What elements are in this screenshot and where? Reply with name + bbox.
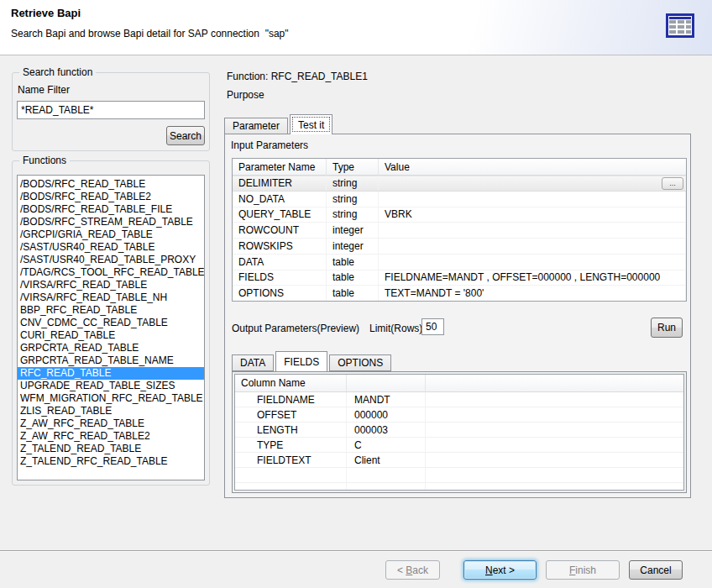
purpose-label: Purpose bbox=[227, 89, 264, 101]
field-name-cell: FIELDTEXT bbox=[235, 453, 347, 467]
function-list-item[interactable]: Z_TALEND_READ_TABLE bbox=[18, 443, 204, 455]
output-field-row[interactable]: LENGTH 000003 bbox=[235, 423, 683, 438]
output-field-row[interactable]: OFFSET 000000 bbox=[235, 407, 683, 423]
next-button[interactable]: Next > bbox=[463, 560, 537, 580]
param-name-cell: ROWCOUNT bbox=[233, 223, 327, 238]
param-type-cell: string bbox=[327, 192, 379, 207]
input-param-row[interactable]: OPTIONS table TEXT=MANDT = '800' bbox=[233, 286, 686, 301]
input-param-row[interactable]: QUERY_TABLE string VBRK bbox=[233, 207, 686, 223]
param-value-cell[interactable]: VBRK bbox=[379, 207, 686, 223]
param-type-cell: table bbox=[327, 286, 379, 301]
param-name-cell: NO_DATA bbox=[233, 192, 327, 207]
page-title: Retrieve Bapi bbox=[11, 7, 81, 19]
detail-tab[interactable]: Parameter bbox=[224, 118, 288, 134]
empty-row bbox=[235, 468, 683, 483]
column-header-value: Value bbox=[379, 159, 686, 175]
function-list-item[interactable]: /TDAG/RCS_TOOL_RFC_READ_TABLE bbox=[18, 266, 204, 279]
input-param-row[interactable]: ROWCOUNT integer bbox=[233, 223, 686, 239]
function-list-item[interactable]: /GRCPI/GRIA_READ_TABLE bbox=[18, 228, 204, 241]
name-filter-label: Name Filter bbox=[18, 84, 70, 96]
output-preview-table: Column Name FIELDNAME MANDT OFFSET 00000… bbox=[234, 374, 684, 491]
functions-group-label: Functions bbox=[19, 155, 70, 166]
functions-list[interactable]: /BODS/RFC_READ_TABLE /BODS/RFC_READ_TABL… bbox=[17, 175, 205, 480]
back-button[interactable]: < Back bbox=[385, 560, 440, 580]
field-name-cell: LENGTH bbox=[235, 423, 347, 437]
input-param-row[interactable]: DELIMITER string ... bbox=[233, 176, 686, 192]
field-extra-cell bbox=[426, 407, 683, 422]
function-name-value: RFC_READ_TABLE1 bbox=[271, 71, 368, 82]
output-tab[interactable]: FIELDS bbox=[275, 351, 327, 371]
input-param-row[interactable]: DATA table bbox=[233, 255, 686, 270]
function-list-item[interactable]: /BODS/RFC_READ_TABLE bbox=[18, 178, 204, 191]
table-grid-icon bbox=[666, 13, 694, 38]
name-filter-input[interactable] bbox=[17, 101, 205, 119]
param-type-cell: table bbox=[327, 270, 379, 286]
search-button[interactable]: Search bbox=[166, 126, 205, 145]
input-param-row[interactable]: ROWSKIPS integer bbox=[233, 239, 686, 255]
wizard-header: Retrieve Bapi Search Bapi and browse Bap… bbox=[0, 0, 712, 55]
function-list-item[interactable]: CURI_READ_TABLE bbox=[18, 329, 204, 342]
field-extra-cell bbox=[426, 392, 683, 407]
field-extra-cell bbox=[426, 423, 683, 437]
page-subtitle: Search Bapi and browse Bapi detail for S… bbox=[11, 28, 289, 39]
function-list-item[interactable]: /BODS/RFC_READ_TABLE_FILE bbox=[18, 203, 204, 216]
function-list-item[interactable]: /BODS/RFC_READ_TABLE2 bbox=[18, 191, 204, 203]
param-type-cell: table bbox=[327, 255, 379, 270]
param-type-cell: integer bbox=[327, 239, 379, 254]
function-list-item[interactable]: /VIRSA/RFC_READ_TABLE bbox=[18, 279, 204, 291]
function-list-item[interactable]: RFC_READ_TABLE bbox=[18, 367, 204, 380]
param-name-cell: OPTIONS bbox=[233, 286, 327, 301]
param-value-cell[interactable] bbox=[379, 223, 686, 238]
input-param-row[interactable]: NO_DATA string bbox=[233, 192, 686, 207]
column-header-type: Type bbox=[327, 159, 379, 175]
limit-rows-input[interactable] bbox=[421, 318, 444, 335]
param-value-cell[interactable] bbox=[379, 255, 686, 270]
output-tabstrip: DATA FIELDS OPTIONS bbox=[232, 351, 393, 371]
param-value-cell[interactable] bbox=[379, 192, 686, 207]
field-extra-cell bbox=[426, 438, 683, 452]
output-field-row[interactable]: FIELDTEXT Client bbox=[235, 453, 683, 468]
function-list-item[interactable]: Z_AW_RFC_READ_TABLE2 bbox=[18, 430, 204, 443]
function-list-item[interactable]: BBP_RFC_READ_TABLE bbox=[18, 304, 204, 317]
param-value-cell[interactable]: FIELDNAME=MANDT , OFFSET=000000 , LENGTH… bbox=[379, 270, 686, 286]
function-list-item[interactable]: GRPCRTA_READ_TABLE bbox=[18, 342, 204, 354]
field-value-cell: C bbox=[347, 438, 426, 452]
browse-value-button[interactable]: ... bbox=[662, 177, 683, 190]
function-list-item[interactable]: /BODS/RFC_STREAM_READ_TABLE bbox=[18, 216, 204, 228]
output-tab[interactable]: OPTIONS bbox=[329, 354, 391, 371]
field-name-cell: OFFSET bbox=[235, 407, 347, 422]
function-list-item[interactable]: GRPCRTA_READ_TABLE_NAME bbox=[18, 354, 204, 367]
input-parameters-label: Input Parameters bbox=[231, 139, 308, 151]
input-param-row[interactable]: FIELDS table FIELDNAME=MANDT , OFFSET=00… bbox=[233, 270, 686, 286]
function-list-item[interactable]: UPGRADE_READ_TABLE_SIZES bbox=[18, 380, 204, 392]
input-parameters-table: Parameter Name Type Value DELIMITER stri… bbox=[232, 158, 687, 302]
param-name-cell: DATA bbox=[233, 255, 327, 270]
function-caption: Function: RFC_READ_TABLE1 bbox=[227, 71, 368, 82]
function-label: Function: bbox=[227, 71, 268, 82]
function-list-item[interactable]: /SAST/USR40_READ_TABLE_PROXY bbox=[18, 254, 204, 266]
output-table-header: Column Name bbox=[235, 375, 683, 392]
function-list-item[interactable]: /VIRSA/RFC_READ_TABLE_NH bbox=[18, 291, 204, 304]
function-list-item[interactable]: ZLIS_READ_TABLE bbox=[18, 405, 204, 417]
param-value-cell[interactable] bbox=[379, 176, 686, 191]
finish-button[interactable]: Finish bbox=[546, 560, 620, 580]
cancel-button[interactable]: Cancel bbox=[629, 560, 683, 580]
param-type-cell: integer bbox=[327, 223, 379, 238]
output-tab[interactable]: DATA bbox=[232, 354, 274, 371]
detail-tab[interactable]: Test it bbox=[290, 114, 332, 134]
run-button[interactable]: Run bbox=[651, 318, 683, 338]
param-name-cell: DELIMITER bbox=[233, 176, 327, 191]
function-list-item[interactable]: Z_TALEND_RFC_READ_TABLE bbox=[18, 455, 204, 468]
search-function-group-label: Search function bbox=[19, 66, 96, 78]
function-list-item[interactable]: WFM_MIGRATION_RFC_READ_TABLE bbox=[18, 392, 204, 405]
param-value-cell[interactable]: TEXT=MANDT = '800' bbox=[379, 286, 686, 301]
function-list-item[interactable]: CNV_CDMC_CC_READ_TABLE bbox=[18, 317, 204, 329]
output-field-row[interactable]: TYPE C bbox=[235, 438, 683, 453]
field-value-cell: Client bbox=[347, 453, 426, 467]
empty-row bbox=[235, 483, 683, 491]
param-value-cell[interactable] bbox=[379, 239, 686, 254]
retrieve-bapi-wizard: { "header": { "title": "Retrieve Bapi", … bbox=[0, 0, 712, 588]
output-field-row[interactable]: FIELDNAME MANDT bbox=[235, 392, 683, 407]
function-list-item[interactable]: Z_AW_RFC_READ_TABLE bbox=[18, 417, 204, 430]
function-list-item[interactable]: /SAST/USR40_READ_TABLE bbox=[18, 241, 204, 254]
